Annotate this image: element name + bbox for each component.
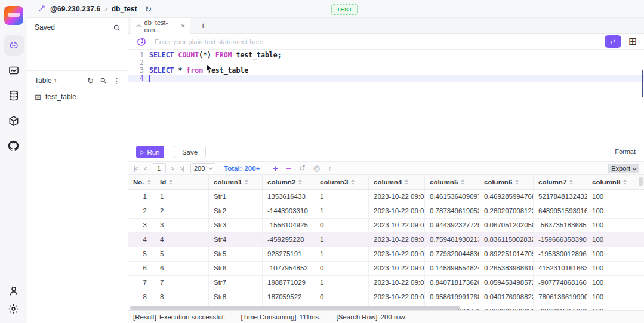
table-cell[interactable]: 0.038061036630359 — [479, 304, 534, 310]
table-cell[interactable]: 0.840718173620022 — [425, 276, 479, 290]
table-cell[interactable]: Str8 — [209, 290, 263, 304]
table-cell[interactable]: 2023-10-22 09:00:3 — [369, 219, 425, 232]
table-cell[interactable]: 0 — [315, 219, 369, 232]
add-row-icon[interactable]: + — [273, 163, 278, 173]
table-cell[interactable]: 0.787349619053249 — [425, 204, 479, 218]
table-row[interactable]: 22Str2-144390331012023-10-22 09:00:30.78… — [128, 204, 644, 219]
ai-submit-button[interactable]: ↵ — [605, 35, 621, 48]
table-cell[interactable]: 0.040176998823881 — [479, 290, 534, 304]
table-cell[interactable]: 100 — [587, 204, 636, 218]
table-cell[interactable]: 2023-10-22 09:00:3 — [369, 247, 425, 261]
table-cell[interactable]: 7 — [128, 276, 155, 290]
save-button[interactable]: Save — [174, 146, 206, 158]
page-number-input[interactable] — [152, 163, 166, 173]
column-header[interactable]: column5 — [425, 175, 479, 189]
table-cell[interactable]: 100 — [587, 304, 636, 310]
breadcrumb-database[interactable]: db_test — [112, 5, 137, 13]
tab-close-icon[interactable]: × — [181, 22, 185, 30]
table-cell[interactable]: 0.759461930213326 — [425, 233, 479, 247]
column-header[interactable]: column6 — [479, 175, 534, 189]
table-cell[interactable]: 100 — [587, 276, 636, 290]
sort-icon[interactable] — [569, 179, 573, 185]
table-cell[interactable]: 0 — [315, 290, 369, 304]
sort-icon[interactable] — [623, 179, 627, 185]
vertical-scrollbar[interactable] — [639, 177, 643, 186]
github-icon[interactable] — [7, 139, 20, 152]
code-line[interactable]: 1SELECT COUNT(*) FROM test_table; — [128, 51, 644, 59]
table-cell[interactable]: Str5 — [209, 247, 263, 261]
table-cell[interactable]: 52178481324325525 — [534, 190, 587, 204]
table-cell[interactable]: 0.779320044836745 — [425, 247, 479, 261]
table-cell[interactable]: 41523101616634377 — [534, 262, 587, 275]
table-section-header[interactable]: Table › ↻ ⋮ — [27, 73, 128, 88]
next-page-icon[interactable]: > — [168, 165, 177, 172]
connections-nav-icon[interactable] — [7, 39, 20, 52]
table-row[interactable]: 77Str7198877102912023-10-22 09:00:30.840… — [128, 276, 644, 290]
table-cell[interactable]: 4 — [155, 233, 209, 247]
table-cell[interactable]: 0.280207008123397 — [479, 204, 534, 218]
table-cell[interactable]: 0.145899554824958 — [425, 262, 479, 275]
table-cell[interactable]: 64899515939160414 — [534, 204, 587, 218]
table-cell[interactable]: 2023-10-22 09:00:3 — [369, 262, 425, 275]
table-row[interactable]: 33Str3-155610492502023-10-22 09:00:30.94… — [128, 219, 644, 233]
table-cell[interactable]: 8 — [155, 290, 209, 304]
table-cell[interactable]: -1556104925 — [263, 219, 315, 232]
table-cell[interactable]: -1596663583903415 — [534, 233, 587, 247]
sort-icon[interactable] — [298, 179, 302, 185]
submit-changes-icon[interactable]: ↑ — [328, 164, 332, 173]
table-cell[interactable]: 100 — [587, 290, 636, 304]
column-header[interactable]: column8 — [587, 175, 636, 189]
sort-icon[interactable] — [147, 179, 151, 185]
table-cell[interactable]: 1 — [315, 190, 369, 204]
table-cell[interactable]: 8 — [128, 290, 155, 304]
table-cell[interactable]: 6 — [128, 262, 155, 275]
table-cell[interactable]: 1 — [155, 190, 209, 204]
table-cell[interactable]: 5 — [155, 247, 209, 261]
table-cell[interactable]: 0.059453498572111 — [479, 276, 534, 290]
table-cell[interactable]: 923275191 — [263, 247, 315, 261]
table-cell[interactable]: -1077954852 — [263, 262, 315, 275]
table-cell[interactable]: -5637351836852376 — [534, 219, 587, 232]
table-cell[interactable]: 2023-10-22 09:00:3 — [369, 190, 425, 204]
table-cell[interactable]: 1 — [315, 276, 369, 290]
table-cell[interactable]: 1 — [128, 190, 155, 204]
mail-icon[interactable] — [7, 64, 20, 77]
sort-icon[interactable] — [245, 179, 248, 185]
table-cell[interactable]: 100 — [587, 247, 636, 261]
tab-db-test-console[interactable]: <> db_test-con... × — [131, 18, 190, 34]
table-cell[interactable]: 100 — [587, 219, 636, 232]
table-cell[interactable]: 3 — [155, 219, 209, 232]
last-page-icon[interactable]: >| — [177, 165, 187, 172]
table-cell[interactable]: 3 — [128, 219, 155, 232]
table-cell[interactable]: 187059522 — [263, 290, 315, 304]
table-cell[interactable]: 2023-10-22 09:00:3 — [369, 204, 425, 218]
table-cell[interactable]: 2023-10-22 09:00:3 — [369, 290, 425, 304]
table-cell[interactable]: 2023-10-22 09:00:3 — [369, 233, 425, 247]
table-cell[interactable]: 1353616433 — [263, 190, 315, 204]
preview-icon[interactable]: ◎ — [313, 164, 320, 173]
table-cell[interactable]: -1443903310 — [263, 204, 315, 218]
column-header[interactable]: column1 — [209, 175, 263, 189]
table-cell[interactable]: 1 — [315, 233, 369, 247]
settings-gear-icon[interactable] — [7, 302, 20, 315]
table-row[interactable]: 11Str1135361643312023-10-22 09:00:30.461… — [128, 190, 644, 204]
refresh-connection-icon[interactable]: ↻ — [144, 4, 152, 14]
table-cell[interactable]: 100 — [587, 190, 636, 204]
table-cell[interactable]: 0.469285994768142 — [479, 190, 534, 204]
undo-icon[interactable]: ↺ — [299, 164, 306, 173]
page-size-select[interactable]: 200 — [190, 163, 215, 173]
table-cell[interactable]: 1988771029 — [263, 276, 315, 290]
saved-search-icon[interactable] — [113, 24, 121, 32]
first-page-icon[interactable]: |< — [131, 165, 141, 172]
table-cell[interactable]: 2 — [155, 204, 209, 218]
table-row[interactable]: 55Str592327519112023-10-22 09:00:30.7793… — [128, 247, 644, 262]
column-header[interactable]: Id — [155, 175, 209, 189]
column-header[interactable]: column3 — [315, 175, 369, 189]
table-cell[interactable]: 1 — [315, 204, 369, 218]
table-menu-kebab-icon[interactable]: ⋮ — [113, 76, 121, 85]
table-cell[interactable]: 100 — [587, 233, 636, 247]
user-icon[interactable] — [7, 284, 20, 297]
table-cell[interactable]: 4 — [128, 233, 155, 247]
delete-row-icon[interactable]: − — [286, 163, 291, 173]
run-button[interactable]: ▷ Run — [136, 146, 164, 158]
